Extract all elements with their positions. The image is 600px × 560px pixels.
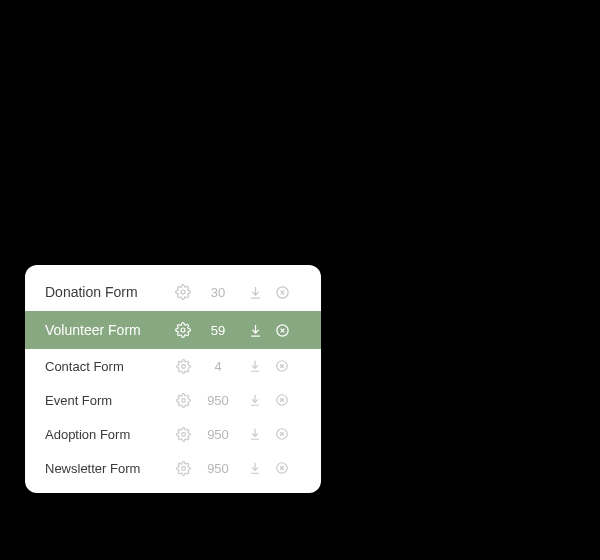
form-count: 950 [196, 393, 240, 408]
form-name: Contact Form [45, 359, 170, 374]
form-count: 950 [196, 461, 240, 476]
gear-icon[interactable] [170, 461, 196, 476]
svg-point-4 [181, 364, 185, 368]
close-icon[interactable] [270, 359, 294, 373]
form-row[interactable]: Event Form 950 [25, 383, 321, 417]
form-name: Volunteer Form [45, 322, 170, 338]
gear-icon[interactable] [170, 359, 196, 374]
svg-point-6 [181, 398, 185, 402]
form-name: Newsletter Form [45, 461, 170, 476]
form-count: 950 [196, 427, 240, 442]
download-icon[interactable] [240, 359, 270, 373]
download-icon[interactable] [240, 427, 270, 441]
svg-point-2 [181, 328, 185, 332]
form-name: Event Form [45, 393, 170, 408]
form-count: 30 [196, 285, 240, 300]
download-icon[interactable] [240, 461, 270, 475]
form-count: 4 [196, 359, 240, 374]
gear-icon[interactable] [170, 322, 196, 338]
gear-icon[interactable] [170, 284, 196, 300]
form-name: Donation Form [45, 284, 170, 300]
svg-point-0 [181, 290, 185, 294]
form-count: 59 [196, 323, 240, 338]
download-icon[interactable] [240, 323, 270, 338]
form-row[interactable]: Contact Form 4 [25, 349, 321, 383]
gear-icon[interactable] [170, 393, 196, 408]
svg-point-8 [181, 432, 185, 436]
form-row[interactable]: Volunteer Form 59 [25, 311, 321, 349]
close-icon[interactable] [270, 285, 294, 300]
close-icon[interactable] [270, 323, 294, 338]
forms-panel: Donation Form 30 Volunteer Form 59 Conta… [25, 265, 321, 493]
form-row[interactable]: Donation Form 30 [25, 273, 321, 311]
form-row[interactable]: Newsletter Form 950 [25, 451, 321, 485]
svg-point-10 [181, 466, 185, 470]
form-name: Adoption Form [45, 427, 170, 442]
close-icon[interactable] [270, 393, 294, 407]
download-icon[interactable] [240, 393, 270, 407]
close-icon[interactable] [270, 461, 294, 475]
download-icon[interactable] [240, 285, 270, 300]
form-row[interactable]: Adoption Form 950 [25, 417, 321, 451]
close-icon[interactable] [270, 427, 294, 441]
gear-icon[interactable] [170, 427, 196, 442]
